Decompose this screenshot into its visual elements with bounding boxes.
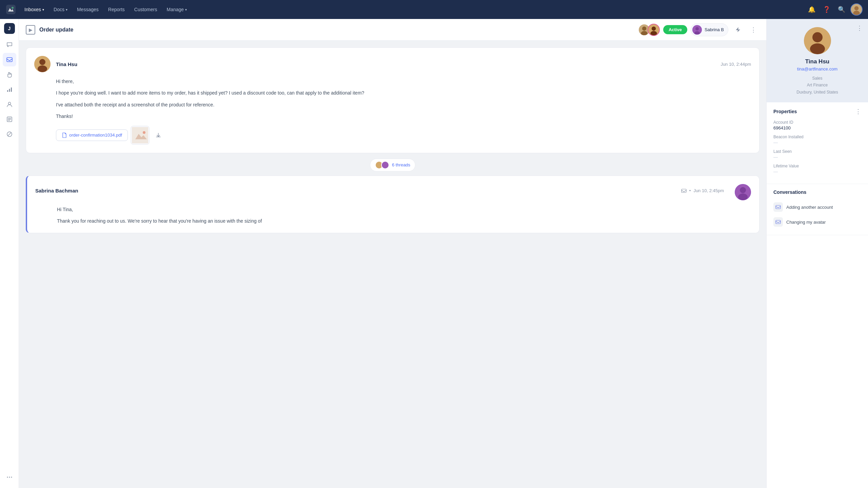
nav-messages[interactable]: Messages	[73, 5, 103, 14]
message-card-2: Sabrina Bachman • Jun 10, 2:45pm	[26, 176, 760, 233]
property-account-id-label: Account ID	[773, 120, 861, 125]
conversations-section: Conversations Adding another account	[767, 184, 868, 235]
threads-label[interactable]: 6 threads	[370, 159, 415, 171]
svg-rect-8	[11, 87, 12, 92]
svg-point-31	[740, 187, 746, 193]
contact-name: Tina Hsu	[805, 58, 829, 65]
sidebar-item-inbox[interactable]	[3, 53, 16, 66]
property-beacon-label: Beacon Installed	[773, 135, 861, 139]
conversation-header-actions: Active Sabrina B ⋮	[638, 23, 760, 36]
property-account-id-value: 6964100	[773, 125, 861, 130]
property-lifetime-value-value: —	[773, 169, 861, 174]
inboxes-caret: ▾	[42, 8, 44, 12]
properties-title: Properties	[773, 109, 797, 114]
conversations-title: Conversations	[773, 189, 806, 195]
content-area: ▶ Order update	[19, 19, 766, 488]
thread-mini-avatar-2	[381, 161, 389, 169]
svg-rect-0	[6, 5, 16, 14]
sidebar-item-hand[interactable]	[3, 68, 16, 81]
reply-meta: • Jun 10, 2:45pm	[681, 188, 724, 194]
sidebar-initial: J	[4, 23, 15, 34]
svg-rect-37	[776, 220, 781, 224]
contact-meta: Sales Art Finance Duxbury, United States	[796, 75, 838, 96]
message-header-2: Sabrina Bachman • Jun 10, 2:45pm	[35, 184, 751, 200]
nav-docs[interactable]: Docs ▾	[50, 5, 72, 14]
sidebar-item-more[interactable]	[3, 470, 16, 484]
svg-rect-27	[132, 127, 148, 143]
svg-point-25	[39, 59, 45, 65]
svg-point-14	[11, 477, 12, 478]
svg-point-1	[12, 7, 14, 9]
sidebar-item-chat[interactable]	[3, 38, 16, 52]
contact-email[interactable]: tina@artfinance.com	[797, 66, 837, 72]
sidebar-item-block[interactable]	[3, 127, 16, 141]
property-lifetime-value-label: Lifetime Value	[773, 164, 861, 168]
user-avatar[interactable]	[850, 3, 863, 16]
sidebar-item-contacts[interactable]	[3, 98, 16, 111]
threads-divider: 6 threads	[26, 159, 760, 171]
conversation-header: ▶ Order update	[19, 19, 766, 41]
image-attachment[interactable]	[131, 126, 150, 145]
nav-manage[interactable]: Manage ▾	[162, 5, 191, 14]
app-logo	[5, 4, 16, 15]
more-options-button[interactable]: ⋮	[747, 24, 760, 36]
property-last-seen: Last Seen —	[773, 149, 861, 160]
contact-avatar	[804, 27, 831, 54]
message-card-1: Tina Hsu Jun 10, 2:44pm Hi there, I hope…	[26, 47, 760, 153]
right-panel: ⋮ Tina Hsu tina@artfinance.com Sales Art…	[766, 19, 868, 488]
svg-point-19	[652, 26, 656, 30]
conv-item-adding-account[interactable]: Adding another account	[773, 200, 861, 215]
svg-rect-36	[776, 205, 781, 209]
properties-more-button[interactable]: ⋮	[855, 108, 861, 115]
sidebar-item-notes[interactable]	[3, 113, 16, 126]
message-attachments: order-confirmation1034.pdf	[34, 126, 751, 145]
nav-reports[interactable]: Reports	[104, 5, 129, 14]
reply-agent-avatar	[735, 184, 751, 200]
conv-item-label-2: Changing my avatar	[786, 220, 826, 225]
download-button[interactable]	[152, 129, 164, 141]
notifications-button[interactable]: 🔔	[806, 3, 818, 16]
svg-point-34	[812, 32, 823, 42]
conv-item-avatar[interactable]: Changing my avatar	[773, 215, 861, 229]
agent-avatars	[638, 24, 660, 36]
property-beacon-value: —	[773, 140, 861, 145]
message-body-1: Hi there, I hope you're doing well. I wa…	[34, 78, 751, 120]
property-last-seen-label: Last Seen	[773, 149, 861, 154]
top-navigation: Inboxes ▾ Docs ▾ Messages Reports Custom…	[0, 0, 868, 19]
conversation-type-icon: ▶	[26, 25, 35, 35]
nav-customers[interactable]: Customers	[130, 5, 161, 14]
svg-point-3	[854, 6, 859, 10]
pdf-attachment[interactable]: order-confirmation1034.pdf	[56, 129, 128, 141]
assigned-agent[interactable]: Sabrina B	[691, 23, 728, 36]
assigned-agent-avatar	[692, 25, 702, 35]
conv-item-label-1: Adding another account	[786, 205, 833, 210]
contact-header: ⋮ Tina Hsu tina@artfinance.com Sales Art…	[767, 19, 868, 102]
message-avatar-tina	[34, 56, 51, 72]
sidebar-item-reports[interactable]	[3, 83, 16, 96]
message-time-1: Jun 10, 2:44pm	[721, 62, 751, 67]
svg-point-13	[9, 477, 10, 478]
svg-point-20	[650, 31, 657, 36]
message-header-1: Tina Hsu Jun 10, 2:44pm	[34, 56, 751, 72]
nav-inboxes[interactable]: Inboxes ▾	[20, 5, 48, 14]
search-button[interactable]: 🔍	[835, 3, 848, 16]
svg-point-32	[738, 194, 748, 200]
properties-section: Properties ⋮ Account ID 6964100 Beacon I…	[767, 102, 868, 184]
assigned-agent-name: Sabrina B	[705, 27, 724, 32]
svg-point-26	[38, 65, 47, 72]
property-account-id: Account ID 6964100	[773, 120, 861, 130]
conv-item-icon-1	[773, 202, 783, 212]
property-last-seen-value: —	[773, 155, 861, 160]
help-button[interactable]: ❓	[821, 3, 833, 16]
contact-more-button[interactable]: ⋮	[856, 24, 863, 32]
svg-point-28	[143, 131, 145, 134]
message-sender-1: Tina Hsu	[56, 61, 77, 67]
svg-point-35	[810, 43, 825, 54]
flash-button[interactable]	[732, 24, 744, 36]
status-badge[interactable]: Active	[663, 25, 687, 34]
properties-section-header: Properties ⋮	[773, 108, 861, 115]
threads-count: 6 threads	[392, 162, 410, 167]
conversation-title: Order update	[39, 27, 634, 33]
agent-avatar-2	[648, 24, 660, 36]
svg-rect-6	[7, 90, 8, 92]
